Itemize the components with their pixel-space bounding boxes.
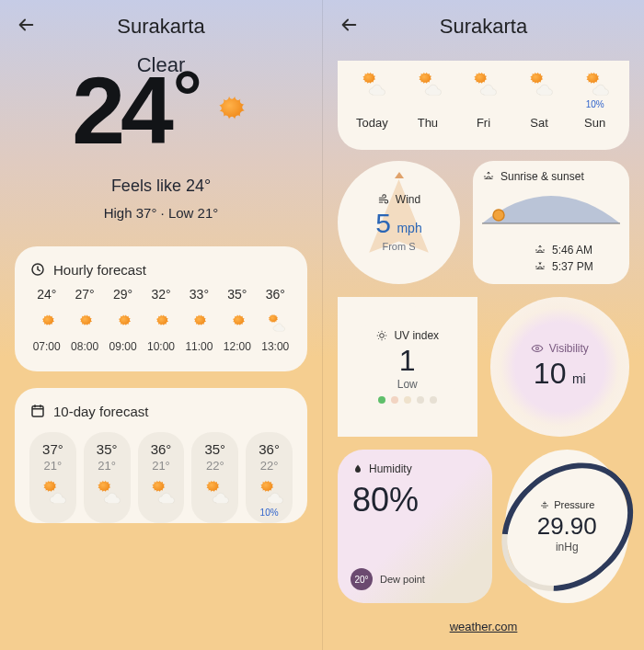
pressure-unit: inHg bbox=[556, 541, 579, 553]
app-header: Surakarta bbox=[323, 0, 644, 53]
daily-strip[interactable]: TodayThuFriSat10%Sun bbox=[338, 61, 629, 150]
calendar-icon bbox=[29, 403, 46, 419]
sun-cloud-icon bbox=[256, 478, 283, 506]
day-label: Thu bbox=[405, 116, 452, 130]
visibility-unit: mi bbox=[572, 371, 586, 386]
wind-tile[interactable]: Wind 5 mph From S bbox=[338, 161, 460, 284]
uv-label: Low bbox=[397, 378, 418, 391]
sun-cloud-icon bbox=[469, 70, 497, 97]
hour-cell[interactable]: 33°11:00 bbox=[182, 287, 216, 353]
hour-time: 11:00 bbox=[182, 340, 216, 353]
hour-cell[interactable]: 36°13:00 bbox=[259, 287, 293, 353]
sunset-time: 5:37 PM bbox=[552, 260, 593, 273]
pressure-value: 29.90 bbox=[537, 512, 597, 541]
pressure-icon bbox=[539, 499, 550, 510]
feels-like: Feels like 24° bbox=[15, 177, 307, 196]
pressure-title: Pressure bbox=[554, 499, 594, 510]
attribution-link[interactable]: weather.com bbox=[323, 616, 644, 641]
sun-cloud-icon bbox=[525, 70, 553, 97]
day-rain-chance: 10% bbox=[571, 99, 618, 110]
current-conditions: Clear 24 ° Feels like 24° High 37° · Low… bbox=[0, 53, 322, 230]
sun-path-chart bbox=[482, 187, 620, 233]
visibility-tile[interactable]: Visibility 10 mi bbox=[490, 297, 630, 437]
day-cell[interactable]: 37°21° bbox=[29, 432, 76, 523]
day-cell[interactable]: Fri bbox=[458, 66, 509, 137]
sun-cloud-icon bbox=[414, 70, 442, 97]
humidity-tile[interactable]: Humidity 80% 20° Dew point bbox=[338, 450, 492, 604]
hour-cell[interactable]: 24°07:00 bbox=[29, 287, 63, 353]
high-low: High 37° · Low 21° bbox=[15, 205, 307, 221]
daily-title: 10-day forecast bbox=[53, 404, 148, 419]
sunset-icon bbox=[534, 260, 546, 273]
wind-title: Wind bbox=[396, 193, 420, 206]
hourly-title: Hourly forecast bbox=[53, 262, 146, 278]
visibility-value: 10 bbox=[534, 357, 567, 390]
hour-time: 09:00 bbox=[106, 340, 140, 353]
back-button[interactable] bbox=[15, 15, 37, 39]
eye-icon bbox=[531, 342, 544, 355]
day-cell[interactable]: Sat bbox=[514, 66, 565, 137]
weather-main-screen: Surakarta Clear 24 ° Feels like 24° High… bbox=[0, 0, 322, 650]
hourly-forecast-card[interactable]: Hourly forecast 24°07:0027°08:0029°09:00… bbox=[15, 246, 307, 371]
dew-point-label: Dew point bbox=[380, 574, 425, 585]
wind-unit: mph bbox=[397, 221, 421, 235]
sun-icon bbox=[75, 313, 95, 333]
day-cell[interactable]: 35°22° bbox=[191, 432, 238, 523]
svg-point-5 bbox=[493, 210, 504, 221]
hour-temp: 35° bbox=[220, 287, 254, 302]
hour-cell[interactable]: 27°08:00 bbox=[67, 287, 101, 353]
sun-icon bbox=[208, 92, 250, 134]
day-cell[interactable]: 35°21° bbox=[84, 432, 131, 523]
day-rain-chance bbox=[405, 99, 452, 110]
hour-time: 07:00 bbox=[29, 340, 63, 353]
day-cell[interactable]: Thu bbox=[403, 66, 454, 137]
wind-value: 5 bbox=[375, 208, 391, 238]
sunrise-sunset-icon bbox=[482, 170, 495, 183]
hour-temp: 36° bbox=[259, 287, 293, 302]
day-cell[interactable]: Today bbox=[347, 66, 397, 137]
day-cell[interactable]: 10%Sun bbox=[569, 66, 620, 137]
day-high: 35° bbox=[87, 441, 127, 457]
day-label: Fri bbox=[460, 116, 507, 130]
location-title: Surakarta bbox=[378, 15, 589, 39]
app-header: Surakarta bbox=[0, 0, 322, 53]
day-cell[interactable]: 36°21° bbox=[138, 432, 185, 523]
humidity-value: 80% bbox=[352, 481, 477, 519]
hour-time: 13:00 bbox=[259, 340, 293, 353]
hour-time: 10:00 bbox=[144, 340, 178, 353]
pressure-tile[interactable]: Pressure 29.90 inHg bbox=[505, 450, 630, 604]
uv-index-tile[interactable]: UV index 1 Low bbox=[338, 297, 477, 437]
visibility-title: Visibility bbox=[549, 342, 589, 355]
day-rain-chance bbox=[460, 99, 507, 110]
day-cell[interactable]: 36°22°10% bbox=[246, 432, 293, 523]
day-high: 35° bbox=[195, 441, 235, 457]
hour-time: 08:00 bbox=[67, 340, 101, 353]
dew-point-value: 20° bbox=[351, 568, 373, 590]
day-low: 22° bbox=[195, 459, 235, 473]
sun-icon bbox=[113, 313, 133, 333]
sun-icon bbox=[375, 329, 388, 342]
sunrise-sunset-title: Sunrise & sunset bbox=[500, 170, 584, 183]
back-button[interactable] bbox=[338, 15, 360, 39]
sun-icon bbox=[37, 313, 57, 333]
sun-cloud-icon bbox=[265, 313, 285, 333]
day-rain-chance bbox=[516, 99, 563, 110]
uv-value: 1 bbox=[399, 344, 416, 378]
sun-cloud-icon bbox=[201, 478, 229, 506]
hour-cell[interactable]: 32°10:00 bbox=[144, 287, 178, 353]
day-high: 37° bbox=[33, 441, 73, 457]
hour-temp: 29° bbox=[106, 287, 140, 302]
day-low: 21° bbox=[33, 459, 73, 473]
sunrise-sunset-tile[interactable]: Sunrise & sunset 5:46 AM 5:37 PM bbox=[473, 161, 629, 284]
wind-icon bbox=[377, 193, 390, 206]
sun-cloud-icon bbox=[147, 478, 175, 506]
day-low: 22° bbox=[249, 459, 289, 473]
day-label: Today bbox=[349, 116, 396, 130]
daily-forecast-card[interactable]: 10-day forecast 37°21°35°21°36°21°35°22°… bbox=[15, 388, 307, 523]
hour-temp: 32° bbox=[144, 287, 178, 302]
hour-cell[interactable]: 29°09:00 bbox=[106, 287, 140, 353]
wind-direction: From S bbox=[382, 241, 415, 252]
sun-icon bbox=[189, 313, 209, 333]
drop-icon bbox=[352, 463, 363, 474]
hour-cell[interactable]: 35°12:00 bbox=[220, 287, 254, 353]
